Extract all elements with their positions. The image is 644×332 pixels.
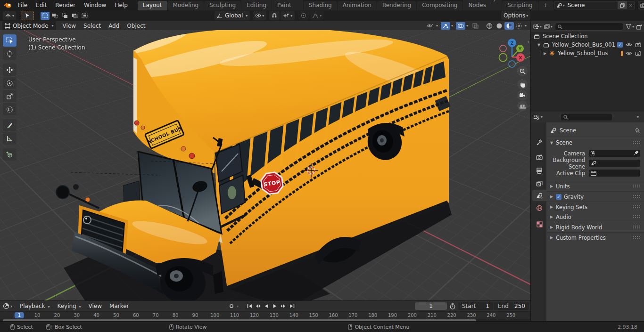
pan-view-icon[interactable] <box>517 79 528 89</box>
sidebar-collapse-arrow[interactable]: ‹ <box>528 39 529 45</box>
tab-scene[interactable] <box>532 190 546 201</box>
tab-world[interactable] <box>532 202 546 214</box>
play-button[interactable] <box>271 302 279 310</box>
shading-rendered-button[interactable] <box>514 22 524 30</box>
tool-transform[interactable] <box>3 103 17 115</box>
new-scene-button[interactable] <box>618 1 627 9</box>
disclosure-triangle-icon[interactable]: ▶ <box>544 51 549 56</box>
select-mode-extend-icon[interactable] <box>50 12 59 20</box>
previous-keyframe-button[interactable] <box>254 302 262 310</box>
tab-uv-editing[interactable]: UV Editing <box>241 0 272 10</box>
school-bus-model[interactable]: SCHOOL BUS <box>0 30 530 300</box>
panel-grip[interactable] <box>633 184 640 188</box>
tool-annotate[interactable] <box>3 119 17 131</box>
outliner-search-input[interactable] <box>555 23 623 31</box>
panel-grip[interactable] <box>633 225 640 229</box>
outliner-display-mode-button[interactable]: ▾ <box>544 24 553 29</box>
gizmo-minus-y-axis[interactable] <box>499 54 507 62</box>
3d-viewport[interactable]: SCHOOL BUS <box>0 30 530 300</box>
tab-compositing[interactable]: Compositing <box>417 1 462 10</box>
select-mode-subtract-icon[interactable] <box>60 12 69 20</box>
panel-rigid-body-world[interactable]: ▶ Rigid Body World <box>546 222 644 232</box>
auto-keying-toggle[interactable] <box>227 302 236 310</box>
panel-grip[interactable] <box>633 141 640 145</box>
disable-in-renders-icon[interactable] <box>635 51 641 56</box>
tab-view-layer[interactable] <box>532 178 546 189</box>
tab-scripting[interactable]: Scripting <box>502 1 537 10</box>
tool-move[interactable] <box>3 64 17 76</box>
new-collection-button[interactable] <box>636 24 642 30</box>
shading-solid-button[interactable] <box>495 22 504 30</box>
next-keyframe-button[interactable] <box>279 302 288 310</box>
outliner-row-bus-object[interactable]: │ ▶ Yellow_School_Bus <box>531 49 644 57</box>
pin-icon[interactable] <box>635 128 640 133</box>
panel-grip[interactable] <box>633 205 640 209</box>
select-mode-intersect-icon[interactable] <box>80 12 89 20</box>
chevron-down-icon[interactable]: ▾ <box>466 24 468 28</box>
tab-render[interactable] <box>532 152 546 163</box>
tab-rendering[interactable]: Rendering <box>377 1 416 10</box>
gizmos-toggle[interactable] <box>441 22 450 30</box>
menu-help[interactable]: Help <box>110 0 132 10</box>
panel-custom-properties[interactable]: ▶ Custom Properties <box>546 233 644 243</box>
object-visibility-dropdown[interactable] <box>426 22 435 30</box>
chevron-down-icon[interactable]: ▾ <box>451 24 453 28</box>
tool-scale[interactable] <box>3 90 17 102</box>
view-layer-selector[interactable]: ▾ View Layer × <box>638 1 644 9</box>
gizmo-minus-z-axis[interactable] <box>509 61 515 67</box>
chevron-down-icon[interactable]: ▾ <box>525 24 527 28</box>
properties-options-dropdown[interactable]: ▾ <box>637 115 639 119</box>
outliner-item-label[interactable]: Scene Collection <box>543 33 588 40</box>
jump-to-end-button[interactable] <box>288 302 296 310</box>
panel-scene-header[interactable]: ▼ Scene <box>546 137 644 148</box>
collection-checkbox[interactable]: ✓ <box>617 42 623 48</box>
timeline-menu-keying[interactable]: Keying ▾ <box>53 303 84 309</box>
scene-selector[interactable]: ▾ Scene × <box>554 1 635 9</box>
overlays-toggle[interactable] <box>456 22 465 30</box>
play-reverse-button[interactable] <box>262 302 271 310</box>
snap-toggle[interactable] <box>269 11 280 20</box>
mode-dropdown[interactable]: Object Mode ▾ <box>2 21 56 30</box>
tool-rotate[interactable] <box>3 77 17 89</box>
active-tool-select-box[interactable] <box>21 11 34 20</box>
tab-modeling[interactable]: Modeling <box>168 1 204 10</box>
unlink-scene-button[interactable]: × <box>627 3 635 8</box>
hide-in-viewport-icon[interactable] <box>626 42 632 47</box>
camera-field[interactable] <box>589 150 640 157</box>
menu-window[interactable]: Window <box>80 0 110 10</box>
tab-animation[interactable]: Animation <box>338 1 377 10</box>
menu-edit[interactable]: Edit <box>32 0 51 10</box>
proportional-falloff-dropdown[interactable]: ▾ <box>310 11 324 20</box>
shading-wireframe-button[interactable] <box>485 22 494 30</box>
tool-cursor[interactable] <box>3 48 17 60</box>
active-clip-field[interactable] <box>589 170 640 177</box>
select-mode-invert-icon[interactable] <box>70 12 79 20</box>
outliner-row-scene-collection[interactable]: Scene Collection <box>531 32 644 40</box>
snap-target-dropdown[interactable]: ▾ <box>281 11 295 20</box>
properties-editor-type-button[interactable]: ▾ <box>533 114 543 120</box>
panel-grip[interactable] <box>633 215 640 219</box>
outliner-item-label[interactable]: Yellow_School_Bus <box>558 50 608 57</box>
disclosure-triangle-icon[interactable]: ▼ <box>537 43 543 47</box>
panel-grip[interactable] <box>633 235 640 240</box>
viewport-menu-add[interactable]: Add <box>105 23 123 29</box>
timeline-menu-playback[interactable]: Playback ▾ <box>16 303 53 309</box>
timeline-editor-type-button[interactable]: ▾ <box>3 303 12 309</box>
menu-render[interactable]: Render <box>51 0 80 10</box>
outliner-item-label[interactable]: Yellow_School_Bus_001 <box>552 41 615 48</box>
gravity-checkbox[interactable]: ✓ <box>556 194 561 200</box>
new-workspace-button[interactable]: + <box>538 1 553 10</box>
xray-toggle[interactable] <box>471 22 480 30</box>
tab-output[interactable] <box>532 165 546 176</box>
end-frame-field[interactable]: End250 <box>494 302 529 310</box>
background-scene-field[interactable] <box>589 160 640 167</box>
tool-select-box[interactable] <box>3 34 17 47</box>
tab-sculpting[interactable]: Sculpting <box>204 1 241 10</box>
options-dropdown[interactable]: Options ▾ <box>501 11 530 20</box>
orthographic-toggle-icon[interactable] <box>517 101 528 111</box>
transform-orientation-dropdown[interactable]: Global ▾ <box>215 11 250 20</box>
breadcrumb-label[interactable]: Scene <box>560 127 576 134</box>
panel-grip[interactable] <box>633 194 640 199</box>
outliner-filter-button[interactable]: ▾ <box>626 24 634 29</box>
panel-gravity[interactable]: ▶ ✓ Gravity <box>546 192 644 202</box>
